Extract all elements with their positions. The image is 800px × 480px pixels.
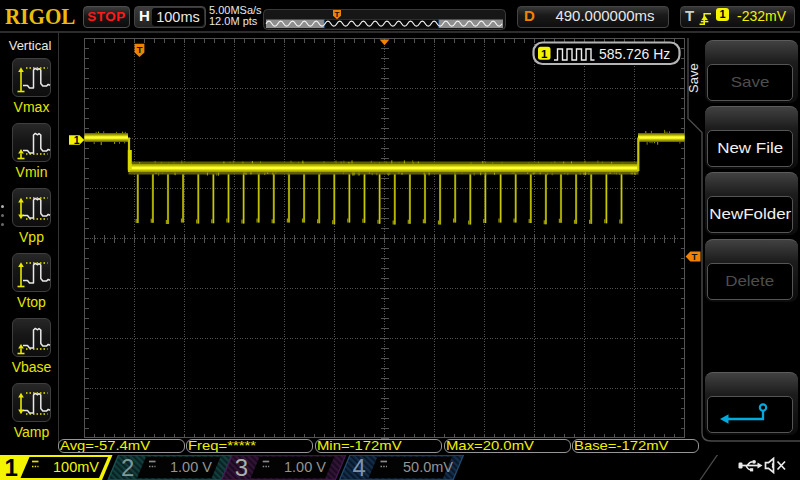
svg-text:1.00 V: 1.00 V <box>170 459 212 475</box>
svg-text:1: 1 <box>5 455 18 480</box>
svg-text:2: 2 <box>121 455 134 480</box>
svg-text:1.00 V: 1.00 V <box>284 459 326 475</box>
svg-text:3: 3 <box>235 455 248 480</box>
svg-text:4: 4 <box>353 455 366 480</box>
svg-text:100mV: 100mV <box>53 459 99 475</box>
svg-text:50.0mV: 50.0mV <box>403 459 453 475</box>
